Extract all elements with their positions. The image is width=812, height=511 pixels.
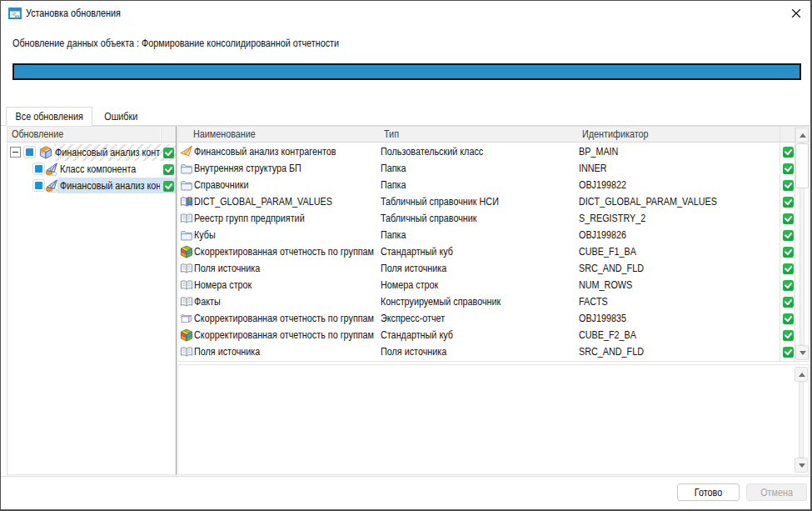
cell-type-text: Табличный справочник [381,213,477,224]
scroll-up-button[interactable] [795,367,808,382]
scroll-down-button[interactable] [795,458,808,473]
status-ok-icon [783,247,794,258]
cell-id-text: OBJ199822 [579,179,626,191]
status-ok-icon [783,197,794,208]
table-row[interactable]: Скорректированная отчетность по группам … [178,327,795,343]
cell-name-text: Поля источника [194,346,260,358]
tab-errors-label: Ошибки [104,111,137,123]
cell-name: Скорректированная отчетность по группам [193,246,381,258]
cell-id: OBJ199835 [579,313,758,324]
cell-id: CUBE_F1_BA [579,246,758,258]
done-button[interactable]: Готово [677,483,740,501]
tree-checkbox[interactable] [23,146,36,158]
cell-id-text: OBJ199835 [579,313,626,324]
cell-name-text: Справочники [194,179,248,191]
cell-name-text: Реестр групп предприятий [194,213,305,224]
cell-id: CUBE_F2_BA [579,329,758,341]
table-header: Наименование Тип Идентификатор [178,127,809,143]
tree-item-label: Класс компонента [60,161,160,178]
table-row[interactable]: Внутренняя структура БП Папка INNER [178,160,795,177]
table-row[interactable]: DICT_GLOBAL_PARAM_VALUES Табличный справ… [178,193,795,210]
cell-id: OBJ199822 [579,179,758,191]
arrow-up-icon [800,133,806,138]
tree-checkbox[interactable] [32,163,45,175]
cell-name-text: Скорректированная отчетность по группам [194,313,374,324]
column-header-id[interactable]: Идентификатор [582,128,649,140]
book-icon [180,345,193,358]
scroll-up-button[interactable] [795,128,809,143]
table-row[interactable]: Кубы Папка OBJ199826 [178,227,795,243]
cell-type-text: Экспресс-отчет [381,313,445,324]
cell-id-text: INNER [579,163,607,174]
cell-name: Справочники [193,179,381,191]
cell-type: Экспресс-отчет [381,313,579,324]
table-row[interactable]: Факты Конструируемый справочник FACTS [178,293,795,310]
cell-name-text: Факты [194,296,221,308]
cell-name-text: Номера строк [194,279,252,291]
tree-header[interactable]: Обновление [7,127,176,143]
cell-type: Поля источника [381,346,579,358]
cell-id-text: BP_MAIN [579,146,618,158]
cell-id: NUM_ROWS [579,279,758,291]
title-bar: Установка обновления [1,1,810,26]
tree-expander-icon[interactable] [10,147,21,158]
cell-type-text: Номера строк [381,279,438,291]
tree-header-separator-line [161,127,162,142]
column-header-name[interactable]: Наименование [193,128,256,140]
status-ok-icon [783,330,794,341]
tree-header-label: Обновление [12,128,63,140]
cell-type: Номера строк [381,279,579,291]
status-ok-icon [783,313,794,324]
cell-name-text: Скорректированная отчетность по группам [194,329,374,341]
tab-all-updates[interactable]: Все обновления [6,107,92,126]
window-title: Установка обновления [26,8,132,19]
tree-item-label: Финансовый анализ контрагентов [60,178,160,194]
table-row[interactable]: Поля источника Поля источника SRC_AND_FL… [178,260,795,277]
status-ok-icon [163,164,174,175]
table-row[interactable]: Справочники Папка OBJ199822 [178,177,795,193]
arrow-down-icon [799,463,805,468]
tree-row-root[interactable]: Финансовый анализ контрагентов [7,144,176,161]
close-button[interactable] [787,4,805,23]
status-ok-icon [783,297,794,308]
cell-type: Папка [381,179,579,191]
tree-item-label: Финансовый анализ контрагентов [55,144,160,161]
cell-name: Скорректированная отчетность по группам [193,329,381,341]
scrollbar-track[interactable] [799,382,804,458]
book-icon [180,278,193,292]
log-vertical-scrollbar[interactable] [795,365,808,474]
cell-id-text: CUBE_F1_BA [579,246,636,258]
scroll-down-button[interactable] [795,345,809,360]
cell-name: Скорректированная отчетность по группам [193,313,381,324]
cell-type-text: Папка [381,163,406,174]
cell-name-text: Скорректированная отчетность по группам [194,246,374,258]
table-row[interactable]: Скорректированная отчетность по группам … [178,310,795,327]
cell-id-text: SRC_AND_FLD [579,346,644,358]
close-icon [791,8,801,18]
table-row[interactable]: Поля источника Поля источника SRC_AND_FL… [178,343,795,360]
tab-errors[interactable]: Ошибки [92,108,149,125]
tree-row-component-class[interactable]: Класс компонента [7,161,176,178]
book-icon [180,295,193,308]
cell-id: SRC_AND_FLD [579,346,758,358]
table-row[interactable]: Финансовый анализ контрагентов Пользоват… [178,143,795,160]
window-title-text: Установка обновления [26,8,121,19]
cell-id-text: CUBE_F2_BA [579,329,636,341]
cell-type: Стандартный куб [381,329,579,341]
cell-type-text: Табличный справочник НСИ [381,196,499,208]
tree-row-fin-analysis[interactable]: Финансовый анализ контрагентов [7,178,176,194]
cancel-button[interactable]: Отмена [746,483,807,501]
table-row[interactable]: Номера строк Номера строк NUM_ROWS [178,277,795,293]
tree-checkbox[interactable] [32,179,45,192]
table-row[interactable]: Скорректированная отчетность по группам … [178,243,795,260]
cell-name: Номера строк [193,279,381,291]
table-vertical-scrollbar[interactable] [795,127,809,361]
cell-name: Кубы [193,229,381,241]
component-class-icon [45,179,58,193]
table-row[interactable]: Реестр групп предприятий Табличный справ… [178,210,795,227]
cube-icon [180,245,193,258]
progress-bar [12,63,801,80]
scrollbar-thumb[interactable] [795,143,809,188]
cell-name-text: Кубы [194,229,216,241]
column-header-type[interactable]: Тип [384,128,399,140]
